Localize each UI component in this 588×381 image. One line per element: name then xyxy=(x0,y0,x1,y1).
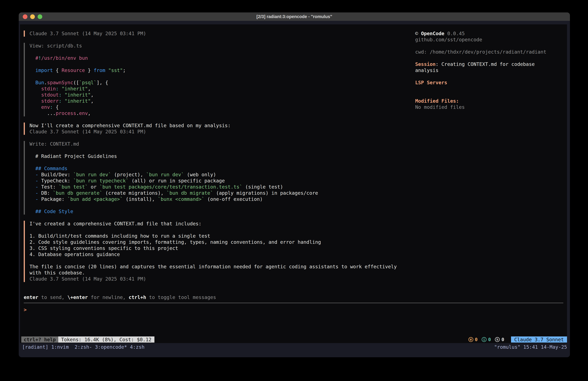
text-segment xyxy=(30,104,41,110)
terminal-line: # Radiant Project Guidelines xyxy=(30,153,563,159)
tmux-window-4-zsh[interactable]: 4:zsh xyxy=(130,344,145,350)
text-segment: (all) or run in specific package xyxy=(129,178,225,183)
warning-count: W0 xyxy=(468,337,478,342)
text-segment: spawnSync xyxy=(47,80,73,85)
text-segment: © xyxy=(415,31,421,36)
text-segment: DB: xyxy=(38,190,53,196)
prompt-symbol: > xyxy=(24,307,27,313)
text-segment: for newline, xyxy=(88,294,129,300)
text-segment: Test: xyxy=(38,184,59,190)
terminal-line: 1. Build/lint/test commands including ho… xyxy=(30,233,563,239)
text-segment: `psql` xyxy=(79,80,97,85)
tmux-session-info: "romulus" 15:41 14-May-25 xyxy=(494,344,567,350)
terminal-line: I've created a comprehensive CONTEXT.md … xyxy=(30,221,563,227)
terminal-line: No modified files xyxy=(415,104,567,110)
text-segment: ## Commands xyxy=(35,166,67,171)
text-segment: , xyxy=(88,111,91,116)
text-segment: from xyxy=(94,67,105,73)
blank-line xyxy=(30,147,563,153)
text-segment: `bun test` xyxy=(59,184,88,190)
text-segment: (web only) xyxy=(184,172,216,178)
info-count: i0 xyxy=(482,337,491,342)
terminal-line: ## Commands xyxy=(30,165,563,172)
text-segment xyxy=(30,190,35,196)
text-segment xyxy=(59,86,62,91)
text-segment xyxy=(30,86,41,91)
text-segment: { xyxy=(53,104,59,110)
hint-count-value: 0 xyxy=(501,337,504,342)
text-segment: ([ xyxy=(73,80,79,85)
terminal-line: ## Code Style xyxy=(30,208,563,215)
tmux-window-1-nvim[interactable]: 1:nvim xyxy=(51,344,75,350)
text-segment xyxy=(62,92,64,98)
text-segment: - xyxy=(35,196,38,202)
spacer xyxy=(24,288,563,294)
terminal-line: github.com/sst/opencode xyxy=(415,37,567,43)
text-segment xyxy=(105,67,108,73)
text-segment: , xyxy=(91,92,94,98)
hint-count: h0 xyxy=(495,337,504,342)
text-segment: LSP Servers xyxy=(415,80,447,85)
tmux-window-3-opencode[interactable]: 3:opencode* xyxy=(95,344,130,350)
text-segment: : xyxy=(59,92,62,98)
text-segment: Modified Files: xyxy=(415,98,459,104)
terminal-line: 4. Database operations guidance xyxy=(30,251,563,257)
window-titlebar[interactable]: [2/3] radiant:3:opencode - "romulus" xyxy=(19,12,570,21)
help-chip[interactable]: ctrl+? help xyxy=(21,336,58,343)
text-segment: : Creating CONTEXT.md for codebase xyxy=(436,61,535,67)
text-segment: : xyxy=(56,86,59,91)
text-segment xyxy=(30,178,35,183)
text-segment: stdin xyxy=(41,86,56,91)
text-segment: , xyxy=(91,98,94,104)
text-segment xyxy=(62,98,64,104)
text-segment: I've created a comprehensive CONTEXT.md … xyxy=(30,221,202,226)
text-segment: ## Code Style xyxy=(35,209,73,214)
text-segment: Package: xyxy=(38,196,67,202)
status-right-group: W0i0h0 Claude 3.7 Sonnet xyxy=(468,336,567,343)
blank-line xyxy=(30,202,563,208)
text-segment: process xyxy=(56,111,76,116)
text-segment: /usr/bin/env bun xyxy=(41,55,88,61)
text-segment xyxy=(30,98,41,104)
text-segment: ... xyxy=(30,111,56,116)
terminal-window: [2/3] radiant:3:opencode - "romulus" Cla… xyxy=(19,12,570,357)
text-segment: `bunx <command>` xyxy=(158,196,205,202)
terminal-line: Modified Files: xyxy=(415,98,567,104)
terminal-line: Write: CONTEXT.md xyxy=(30,141,563,147)
text-segment: to send, xyxy=(38,294,67,300)
text-segment: (install), xyxy=(123,196,158,202)
text-segment: analysis xyxy=(415,67,439,73)
text-segment: `bun run dev` xyxy=(73,172,111,178)
text-segment: 0.0.45 xyxy=(444,31,465,36)
text-segment: Claude 3.7 Sonnet (14 May 2025 03:41 PM) xyxy=(30,31,146,36)
text-segment: Write: CONTEXT.md xyxy=(30,141,79,147)
text-segment: - xyxy=(35,184,38,190)
text-segment: . xyxy=(44,80,47,85)
assistant-message-now-create: Now I'll create a comprehensive CONTEXT.… xyxy=(24,123,563,135)
tmux-status-bar: [radiant] 1:nvim 2:zsh- 3:opencode* 4:zs… xyxy=(22,344,567,350)
chat-input[interactable]: > xyxy=(24,307,563,313)
terminal-line: cwd: /home/thdxr/dev/projects/radiant/ra… xyxy=(415,49,567,55)
blank-line xyxy=(415,86,567,92)
text-segment: 2. Code style guidelines covering import… xyxy=(30,239,321,245)
terminal-line: ...process.env, xyxy=(30,110,563,116)
text-segment xyxy=(30,55,35,61)
text-segment: 4. Database operations guidance xyxy=(30,251,120,257)
terminal-line: Now I'll create a comprehensive CONTEXT.… xyxy=(30,123,563,129)
blank-line xyxy=(415,43,567,49)
tool-write-context-md: Write: CONTEXT.md # Radiant Project Guid… xyxy=(24,141,563,215)
text-segment: Resource xyxy=(62,67,85,73)
text-segment: Claude 3.7 Sonnet (14 May 2025 03:41 PM) xyxy=(30,129,146,134)
text-segment xyxy=(30,184,35,190)
text-segment: env xyxy=(41,104,50,110)
warning-count-value: 0 xyxy=(475,337,478,342)
text-segment: \+enter xyxy=(67,294,88,300)
input-divider xyxy=(24,303,563,303)
terminal-line: - Build/Dev: `bun run dev` (project), `b… xyxy=(30,172,563,178)
text-segment: (project), xyxy=(111,172,146,178)
diagnostics-group: W0i0h0 xyxy=(468,337,504,342)
model-chip[interactable]: Claude 3.7 Sonnet xyxy=(511,336,567,343)
terminal-line: Session: Creating CONTEXT.md for codebas… xyxy=(415,61,567,67)
tmux-window-2-zsh[interactable]: 2:zsh- xyxy=(75,344,95,350)
text-segment: cwd: /home/thdxr/dev/projects/radiant/ra… xyxy=(415,49,546,55)
